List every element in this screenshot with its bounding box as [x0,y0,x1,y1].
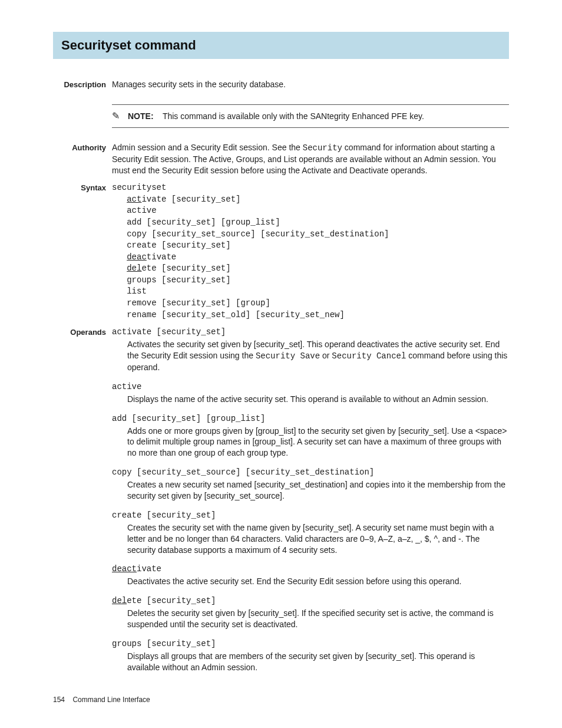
operand-head: add [security_set] [group_list] [112,413,509,424]
syntax-block: securityset activate [security_set] acti… [112,182,509,321]
operand-entry: deactivateDeactivates the active securit… [112,564,509,587]
note-prefix: NOTE: [128,111,154,121]
note-icon: ✎ [112,111,120,121]
operand-body: Creates the security set with the name g… [112,522,509,556]
operand-head: groups [security_set] [112,638,509,650]
authority-code: Security [303,143,342,153]
operands-body: activate [security_set]Activates the sec… [112,327,509,681]
label-syntax: Syntax [53,182,112,321]
operand-entry: activeDisplays the name of the active se… [112,381,509,405]
footer-title: Command Line Interface [72,696,150,704]
operand-entry: create [security_set]Creates the securit… [112,510,509,556]
operand-head: active [112,381,509,393]
operand-body: Deletes the security set given by [secur… [112,608,509,630]
page-number: 154 [53,696,65,704]
operand-entry: activate [security_set]Activates the sec… [112,327,509,373]
operand-head: copy [security_set_source] [security_set… [112,467,509,478]
operand-body: Deactivates the active security set. End… [112,576,509,587]
section-authority: Authority Admin session and a Security E… [53,142,509,176]
label-authority: Authority [53,142,112,176]
page-title: Securityset command [61,37,501,54]
label-description: Description [53,79,112,90]
operand-body: Adds one or more groups given by [group_… [112,426,509,459]
operand-head: activate [security_set] [112,327,509,338]
authority-pre: Admin session and a Security Edit sessio… [112,143,303,152]
operand-body: Displays the name of the active security… [112,394,509,405]
operand-body: Activates the security set given by [sec… [112,339,509,373]
page: Securityset command Description Manages … [0,0,562,728]
operand-body: Creates a new security set named [securi… [112,479,509,502]
note-content: NOTE: This command is available only wit… [128,111,424,122]
title-band: Securityset command [53,32,509,59]
note-box: ✎ NOTE: This command is available only w… [112,104,509,129]
section-description: Description Manages security sets in the… [53,79,509,90]
syntax-body: securityset activate [security_set] acti… [112,182,509,321]
page-footer: 154 Command Line Interface [53,695,150,704]
operand-head: create [security_set] [112,510,509,521]
label-operands: Operands [53,327,112,681]
section-operands: Operands activate [security_set]Activate… [53,327,509,681]
operand-entry: delete [security_set]Deletes the securit… [112,595,509,630]
operand-body: Displays all groups that are members of … [112,651,509,673]
operand-entry: groups [security_set]Displays all groups… [112,638,509,673]
section-syntax: Syntax securityset activate [security_se… [53,182,509,321]
text-authority: Admin session and a Security Edit sessio… [112,142,509,176]
note-text: This command is available only with the … [163,111,424,121]
operand-head: delete [security_set] [112,595,509,607]
text-description: Manages security sets in the security da… [112,79,509,90]
operand-head: deactivate [112,564,509,575]
operand-entry: add [security_set] [group_list]Adds one … [112,413,509,459]
operand-entry: copy [security_set_source] [security_set… [112,467,509,502]
